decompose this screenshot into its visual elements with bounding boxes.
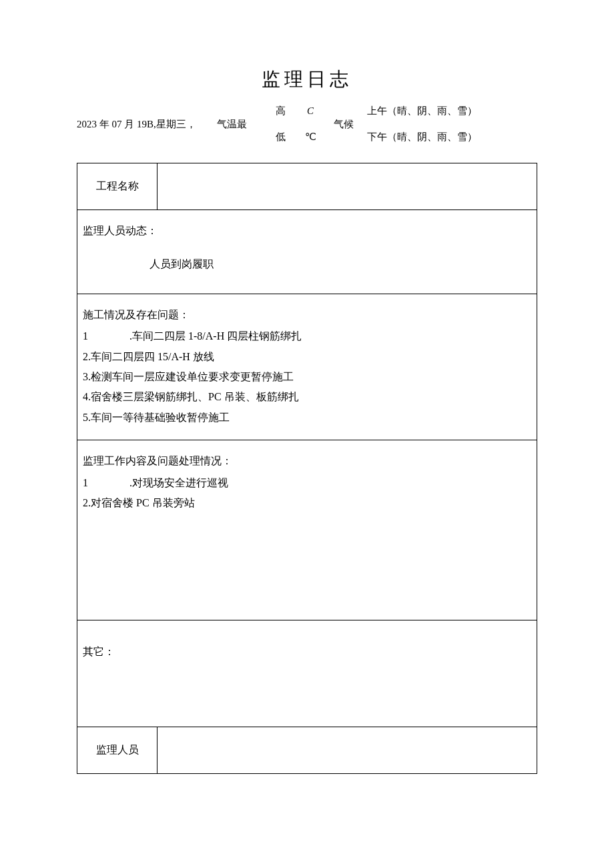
list-item: 4.宿舍楼三层梁钢筋绑扎、PC 吊装、板筋绑扎	[83, 387, 531, 407]
personnel-section: 监理人员动态： 人员到岗履职	[77, 210, 537, 294]
project-name-label: 工程名称	[77, 163, 158, 210]
list-item: 3.检测车间一层应建设单位要求变更暂停施工	[83, 367, 531, 387]
personnel-heading: 监理人员动态：	[83, 221, 531, 241]
project-name-value	[158, 163, 537, 210]
item-number: 1	[83, 473, 129, 493]
climate-am: 上午（晴、阴、雨、雪）	[367, 104, 537, 118]
item-text: .车间二四层 1-8/A-H 四层柱钢筋绑扎	[129, 326, 302, 346]
climate-pm: 下午（晴、阴、雨、雪）	[367, 130, 537, 144]
meta-row: 2023 年 07 月 19B,星期三， 气温最 高 低 C ℃ 气候 上午（晴…	[77, 104, 537, 144]
climate-label: 气候	[327, 117, 360, 131]
temp-low-unit: ℃	[305, 130, 316, 144]
supervision-section: 监理工作内容及问题处理情况： 1 .对现场安全进行巡视 2.对宿舍楼 PC 吊装…	[77, 440, 537, 620]
others-heading: 其它：	[83, 631, 531, 662]
list-item: 2.对宿舍楼 PC 吊装旁站	[83, 493, 531, 513]
page-title: 监理日志	[77, 67, 537, 92]
temp-low-label: 低	[276, 130, 286, 144]
item-number: 1	[83, 326, 129, 346]
construction-heading: 施工情况及存在问题：	[83, 305, 531, 325]
temp-high-label: 高	[276, 104, 286, 118]
list-item: 5.车间一等待基础验收暂停施工	[83, 408, 531, 428]
supervision-heading: 监理工作内容及问题处理情况：	[83, 451, 531, 471]
others-section: 其它：	[77, 620, 537, 727]
item-text: .对现场安全进行巡视	[129, 473, 228, 493]
date-text: 2023 年 07 月 19B,星期三，	[77, 117, 217, 131]
personnel-body: 人员到岗履职	[83, 242, 531, 281]
list-item: 1 .车间二四层 1-8/A-H 四层柱钢筋绑扎	[83, 326, 531, 346]
log-table: 工程名称 监理人员动态： 人员到岗履职 施工情况及存在问题： 1 .车间二四层 …	[77, 163, 537, 774]
temp-label: 气温最	[217, 117, 267, 131]
footer-value	[158, 727, 537, 774]
footer-label: 监理人员	[77, 727, 158, 774]
list-item: 2.车间二四层四 15/A-H 放线	[83, 347, 531, 367]
list-item: 1 .对现场安全进行巡视	[83, 473, 531, 493]
temp-high-unit: C	[307, 104, 314, 118]
construction-section: 施工情况及存在问题： 1 .车间二四层 1-8/A-H 四层柱钢筋绑扎 2.车间…	[77, 294, 537, 440]
